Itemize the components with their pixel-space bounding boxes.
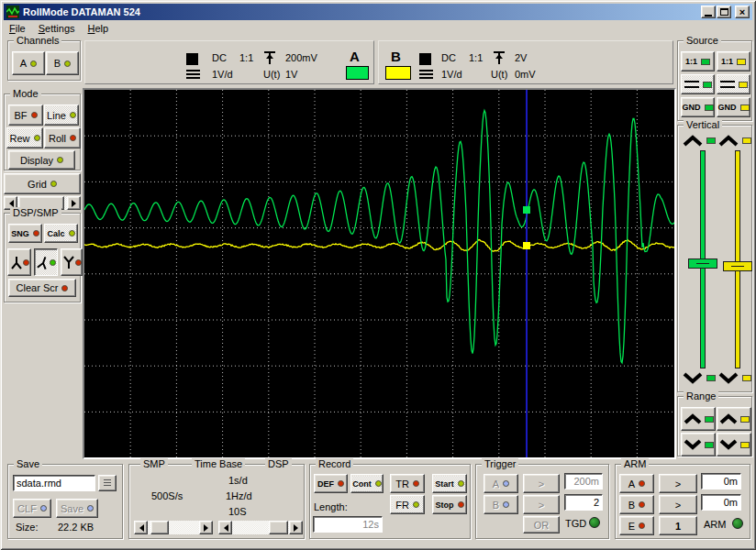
- trigger-slope-a-button[interactable]: >: [523, 474, 560, 493]
- ut-value-a: 1V: [285, 69, 297, 80]
- range-up-b-led: [740, 416, 750, 423]
- vertical-group: Vertical: [677, 125, 752, 392]
- trigger-level-a-input[interactable]: [564, 473, 603, 490]
- close-button[interactable]: ×: [735, 6, 750, 18]
- probe-1to1-b-button[interactable]: 1:1: [717, 51, 750, 72]
- vertical-slider-thumb-a[interactable]: [688, 258, 717, 269]
- range-up-a-button[interactable]: [681, 407, 716, 431]
- vertical-down-a-control[interactable]: [682, 372, 716, 384]
- smp-scrollbar-thumb[interactable]: [150, 521, 169, 534]
- display-label: Display: [20, 155, 53, 166]
- probe-symbol-1-button[interactable]: [7, 248, 31, 276]
- mode-group: Mode BF Line Rew Roll Display: [4, 94, 81, 170]
- menu-help[interactable]: Help: [83, 21, 115, 36]
- stop-led: [458, 501, 464, 508]
- maximize-button[interactable]: [717, 6, 731, 18]
- trigger-group-label: Trigger: [482, 458, 518, 469]
- smp-scrollbar[interactable]: [134, 521, 213, 534]
- arm-e-label: E: [628, 521, 635, 532]
- channel-a-button[interactable]: A: [12, 51, 45, 75]
- title-bar[interactable]: RollMode DATAMAN 524 ×: [4, 4, 752, 20]
- coupling-b: DC: [441, 52, 456, 63]
- trigger-b-button[interactable]: B: [484, 495, 518, 514]
- trigger-a-button[interactable]: A: [484, 474, 518, 493]
- smp-scroll-left-button[interactable]: [134, 521, 148, 534]
- timebase-scroll-right-button[interactable]: [289, 521, 303, 534]
- probe-b: 1:1: [469, 52, 483, 63]
- length-input[interactable]: [313, 516, 383, 533]
- vertical-up-a-control[interactable]: [682, 135, 716, 147]
- minimize-button[interactable]: [701, 6, 716, 18]
- line-label: Line: [47, 110, 66, 121]
- right-arrow-icon: [294, 524, 302, 532]
- stop-button[interactable]: Stop: [432, 495, 467, 514]
- trigger-slope-b-button[interactable]: >: [523, 495, 560, 514]
- vertical-slider-thumb-b[interactable]: [723, 261, 752, 271]
- scope-display[interactable]: [83, 88, 676, 459]
- source-group: Source 1:1 1:1 GND GND: [677, 40, 752, 121]
- probe-symbol-2-button[interactable]: [34, 248, 58, 276]
- arm-delay-a-input[interactable]: [701, 473, 741, 490]
- timebase-scroll-left-button[interactable]: [218, 521, 232, 534]
- probe-1to1-a-button[interactable]: 1:1: [681, 51, 715, 72]
- filename-input[interactable]: [13, 475, 95, 491]
- dsp-smp-group-label: DSP/SMP: [10, 207, 61, 218]
- arm-e-button[interactable]: E: [619, 516, 654, 535]
- fr-button[interactable]: FR: [390, 495, 425, 514]
- channel-b-button[interactable]: B: [46, 51, 79, 75]
- left-arrow-icon: [6, 200, 14, 207]
- clf-button[interactable]: CLF: [13, 499, 51, 518]
- def-button[interactable]: DEF: [314, 474, 348, 493]
- display-button[interactable]: Display: [8, 150, 75, 170]
- vertical-slider-track-b[interactable]: [735, 150, 740, 368]
- down-chevron-icon: [682, 372, 704, 384]
- file-list-button[interactable]: [98, 475, 117, 491]
- or-button[interactable]: OR: [523, 516, 560, 534]
- sng-button[interactable]: SNG: [8, 224, 42, 243]
- menu-settings[interactable]: Settings: [33, 21, 81, 36]
- line-button[interactable]: Line: [44, 104, 79, 126]
- dsp-smp-group: DSP/SMP SNG Calc Clear Scr: [4, 213, 81, 302]
- arm-b-button[interactable]: B: [619, 495, 654, 514]
- roll-button[interactable]: Roll: [44, 127, 81, 148]
- coupling-a-button[interactable]: [681, 74, 715, 94]
- vertical-down-b-control[interactable]: [717, 372, 751, 384]
- arm-delay-b-input[interactable]: [701, 494, 741, 511]
- channel-a-info-panel: DC 1:1 200mV 1V/d U(t) 1V A: [84, 40, 374, 84]
- window-title: RollMode DATAMAN 524: [23, 6, 140, 17]
- start-button[interactable]: Start: [432, 474, 467, 493]
- vertical-up-b-control[interactable]: [717, 135, 751, 147]
- trigger-level-b-input[interactable]: [564, 494, 603, 511]
- probe-1-led: [23, 259, 29, 266]
- save-button[interactable]: Save: [56, 499, 98, 518]
- coupling-b-button[interactable]: [717, 74, 750, 94]
- grid-button[interactable]: Grid: [4, 173, 81, 194]
- range-up-b-button[interactable]: [717, 407, 751, 431]
- probe-symbol-3-button[interactable]: [61, 248, 83, 276]
- save-led: [87, 505, 94, 512]
- timebase-scrollbar-thumb[interactable]: [269, 521, 288, 534]
- scroll-right-button[interactable]: [67, 196, 81, 210]
- timebase-scrollbar[interactable]: [218, 521, 303, 534]
- range-down-b-button[interactable]: [717, 433, 751, 456]
- rew-button[interactable]: Rew: [6, 127, 43, 148]
- arm-slope-b-button[interactable]: >: [659, 495, 697, 514]
- range-down-a-button[interactable]: [681, 433, 716, 456]
- cont-button[interactable]: Cont: [350, 474, 384, 493]
- up-chevron-icon: [718, 413, 739, 424]
- calc-button[interactable]: Calc: [44, 224, 78, 243]
- bf-button[interactable]: BF: [8, 104, 43, 126]
- arm-count-button[interactable]: 1: [659, 516, 697, 535]
- arm-a-button[interactable]: A: [619, 474, 654, 493]
- arm-slope-a-button[interactable]: >: [659, 474, 697, 493]
- gnd-a-button[interactable]: GND: [681, 97, 715, 117]
- menu-file[interactable]: File: [4, 21, 31, 36]
- trig-level-a: 200mV: [285, 52, 317, 63]
- smp-scroll-right-button[interactable]: [199, 521, 213, 534]
- tr-button[interactable]: TR: [390, 474, 425, 493]
- minimize-icon: [705, 15, 712, 16]
- gnd-b-button[interactable]: GND: [717, 97, 750, 117]
- clear-screen-button[interactable]: Clear Scr: [8, 279, 76, 297]
- down-chevron-icon: [717, 372, 739, 384]
- arm-a-led: [639, 480, 645, 487]
